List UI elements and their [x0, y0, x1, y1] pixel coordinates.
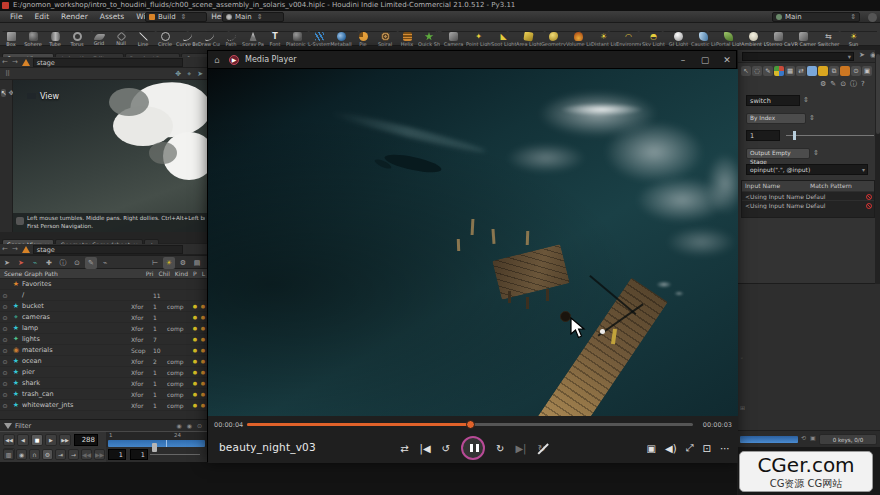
seek-track[interactable]	[247, 423, 693, 426]
fly-icon[interactable]: ➤	[197, 70, 203, 78]
take-spinner-icon[interactable]: ⇕	[850, 13, 856, 21]
param-path-field[interactable]: ▾	[742, 52, 854, 61]
help-icon[interactable]: ?	[861, 78, 865, 90]
folder-icon[interactable]	[818, 66, 828, 76]
network-side-icon2[interactable]: ⊞	[740, 404, 745, 411]
skip-forward-button[interactable]: ▶|	[515, 443, 526, 454]
slash-icon[interactable]: ⌁	[99, 257, 111, 269]
tool-pie[interactable]: Pie	[352, 32, 374, 46]
tool-draw-curve[interactable]: Draw Curve	[198, 32, 220, 46]
tool-metaball[interactable]: Metaball	[330, 32, 352, 46]
shelfset-selector[interactable]: Main⇕	[222, 12, 284, 22]
sunlight-toggle-icon[interactable]: ☀	[163, 257, 175, 269]
locate-prim-icon[interactable]: ➤	[15, 257, 27, 269]
repeat-off-button[interactable]: ↻	[537, 443, 545, 454]
sheets-icon[interactable]	[807, 66, 817, 76]
input-name-row[interactable]: <Using Input Name Defaul	[742, 191, 874, 200]
fit-view-button[interactable]: ⊡	[703, 443, 711, 454]
range-end-field[interactable]: 1	[130, 449, 148, 460]
drag-grip-icon[interactable]: ⠿	[5, 70, 10, 78]
pause-button[interactable]	[461, 436, 485, 460]
visibility-eye-icon[interactable]: ⊙	[0, 358, 10, 365]
input-name-row[interactable]: <Using Input Name Defaul	[742, 200, 874, 209]
tool-caustic-light[interactable]: Caustic Light	[691, 32, 716, 46]
tool-curve-bezier[interactable]: Curve Bezier	[176, 32, 198, 46]
prim-row-trash-can[interactable]: ⊙★trash_canXfor1comp●●	[0, 389, 207, 400]
index-slider-track[interactable]	[786, 135, 874, 136]
root-prim-row[interactable]: ⊙ / 11	[0, 290, 207, 301]
forward-arrow-icon[interactable]: →	[10, 57, 20, 68]
params-scrollbar[interactable]	[875, 50, 880, 284]
edit-dot-icon[interactable]: ●	[199, 402, 207, 408]
edit-dot-icon[interactable]: ●	[199, 369, 207, 375]
shelfset-spinner-icon[interactable]: ⇕	[257, 13, 263, 21]
media-player-title-bar[interactable]: ⌂ ▶ Media Player –▢✕	[208, 51, 736, 69]
global-animation-options-icon[interactable]: ⚙	[42, 449, 53, 460]
skip-back-button[interactable]: |◀	[420, 443, 431, 454]
visibility-eye-icon[interactable]: ⊙	[0, 303, 10, 310]
visibility-eye-icon[interactable]: ⊙	[0, 336, 10, 343]
filter-label[interactable]: Filter	[15, 422, 31, 430]
tool-environment-light[interactable]: ◠Environment Light	[616, 32, 641, 46]
tool-line[interactable]: Line	[132, 32, 154, 46]
seek-knob[interactable]	[466, 420, 475, 429]
channels-dropdown[interactable]: 0 keys, 0/0 channels ▾	[819, 434, 877, 445]
playhead-marker[interactable]	[166, 440, 167, 447]
layer-dot-icon[interactable]: ●	[191, 358, 199, 364]
expression-field[interactable]: opinput(".", @input)▾	[746, 164, 868, 175]
layer-dot-icon[interactable]: ●	[191, 347, 199, 353]
tool-l-system[interactable]: L-System	[308, 32, 330, 46]
scope-right-icon[interactable]: ▣	[810, 434, 816, 441]
node-name-field[interactable]: switch	[746, 95, 800, 106]
column-l[interactable]: L	[202, 270, 205, 277]
menu-edit[interactable]: Edit	[29, 11, 56, 23]
home-icon[interactable]: ⌂	[214, 51, 220, 69]
edit-dot-icon[interactable]: ●	[199, 380, 207, 386]
prim-row-bucket[interactable]: ⊙★bucketXfor1comp●●	[0, 301, 207, 312]
tool-ambient-light[interactable]: Ambient Light	[741, 32, 766, 46]
audio-icon[interactable]: ◉	[16, 449, 27, 460]
range-start-field[interactable]: 1	[108, 449, 126, 460]
tool-helix[interactable]: Helix	[396, 32, 418, 46]
folder-panel-icon[interactable]: ▤	[191, 257, 203, 269]
gear-icon[interactable]: ⚙	[820, 78, 826, 90]
jump-end-button[interactable]: ▶▶	[59, 434, 71, 446]
tool-sky-light[interactable]: ◓Sky Light	[641, 32, 666, 46]
visibility-eye-icon[interactable]: ⊙	[0, 325, 10, 332]
edit-dot-icon[interactable]: ●	[199, 358, 207, 364]
layer-dot-icon[interactable]: ●	[191, 314, 199, 320]
layout-icon[interactable]: ✥	[175, 70, 181, 78]
node-name-spinner-icon[interactable]: ⇕	[803, 96, 809, 104]
play-button[interactable]: ▶	[45, 434, 57, 446]
edit-dot-icon[interactable]: ●	[199, 325, 207, 331]
layer-dot-icon[interactable]: ●	[191, 303, 199, 309]
tool-spray-paint[interactable]: Spray Paint	[242, 32, 264, 46]
edit-dot-icon[interactable]: ●	[199, 391, 207, 397]
prim-row-materials[interactable]: ⊙◉materialsScop10●●	[0, 345, 207, 356]
select-tool-icon[interactable]: ↖	[1, 89, 6, 97]
tool-quick-shapes[interactable]: Quick Shapes	[418, 32, 440, 46]
play-reverse-button[interactable]: ◀	[17, 434, 29, 446]
favorites-row[interactable]: ★ Favorites	[0, 279, 207, 290]
visibility-eye-icon[interactable]: ⊙	[0, 402, 10, 409]
scene-viewport[interactable]: View Left mouse tumbles. Middle pans. Ri…	[13, 80, 207, 232]
desktop-selector[interactable]: Build⇕	[145, 12, 207, 22]
index-value-field[interactable]: 1	[746, 130, 780, 141]
visibility-eye-icon[interactable]: ⊙	[0, 391, 10, 398]
tool-path[interactable]: Path	[220, 32, 242, 46]
tool-camera[interactable]: Camera	[441, 32, 466, 46]
column-kind[interactable]: Kind	[175, 270, 188, 277]
tool-distant-light[interactable]: ☀Distant Light	[591, 32, 616, 46]
tool-platonic-solids[interactable]: Platonic Solids	[286, 32, 308, 46]
prim-row-cameras[interactable]: ⊙⌖camerasXfor1●●	[0, 312, 207, 323]
dots-filter-icon[interactable]: ◉	[187, 422, 192, 429]
pin-icon[interactable]: ➤	[859, 51, 865, 59]
tool-stereo-camera[interactable]: Stereo Camera	[766, 32, 791, 46]
tool-geometry-light[interactable]: Geometry Light	[541, 32, 566, 46]
copy-icon[interactable]: ⧉	[829, 66, 839, 76]
network-side-icon[interactable]: ◦	[740, 354, 744, 361]
replay-button[interactable]: ↺	[442, 443, 450, 454]
layer-dot-icon[interactable]: ●	[191, 380, 199, 386]
back-arrow-icon[interactable]: ←	[0, 57, 10, 68]
column-chil[interactable]: Chil	[158, 270, 169, 277]
